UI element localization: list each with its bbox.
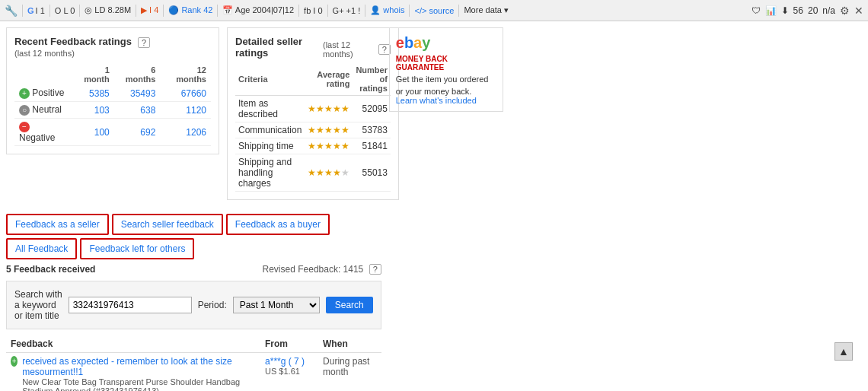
ebay-learn-link[interactable]: Learn what's included [396, 96, 496, 105]
ratings-table: 1 month 6 months 12 months + Positive 53… [14, 64, 211, 146]
tab-buyer-button[interactable]: Feedback as a buyer [226, 214, 330, 235]
period-select[interactable]: Past 1 Month Past 3 Months Past 6 Months… [233, 297, 320, 313]
ratings-help[interactable]: ? [138, 37, 150, 48]
ebay-money-back: MONEY BACK GUARANTEE [396, 55, 496, 72]
toolbar-play: ▶ I 4 [141, 5, 158, 15]
toolbar-l: O L 0 [55, 6, 75, 15]
close-icon[interactable]: ✕ [854, 5, 863, 17]
neutral-icon: ○ [19, 105, 30, 116]
col-12months: 12 months [160, 64, 211, 85]
table-row: Item as described ★★★★★ 52095 [235, 96, 391, 122]
brand-icon: 🔧 [5, 5, 18, 17]
ebay-line2: or your money back. [396, 87, 496, 96]
feedback-when: During past month [323, 356, 377, 377]
ebay-line1: Get the item you ordered [396, 75, 496, 84]
feedback-price: US $1.61 [265, 367, 314, 376]
positive-icon: + [11, 356, 18, 367]
revised-label: Revised Feedback: 1415 [263, 264, 364, 275]
toolbar-g: G I 1 [27, 6, 45, 15]
toolbar-count-20: 20 [808, 5, 818, 16]
detailed-table: Criteria Average rating Number of rating… [235, 63, 391, 192]
toolbar-rank: 🔵 Rank 42 [168, 5, 212, 15]
revised-help[interactable]: ? [369, 264, 381, 275]
tab-left-others-button[interactable]: Feedback left for others [80, 238, 194, 259]
col-feedback: Feedback [6, 335, 260, 353]
period-label: Period: [198, 300, 227, 310]
ratings-subtitle: (last 12 months) [14, 49, 211, 58]
toolbar-age: 📅 Age 2004|07|12 [222, 5, 294, 15]
left-panel: Recent Feedback ratings ? (last 12 month… [6, 27, 381, 391]
toolbar-shield-icon[interactable]: 🛡 [752, 5, 761, 16]
table-row: − Negative 100 692 1206 [14, 119, 211, 146]
toolbar-chart-icon[interactable]: 📊 [765, 5, 777, 16]
feedback-table: Feedback From When + received as expecte… [6, 335, 381, 391]
positive-icon: + [19, 88, 30, 99]
col-from: From [260, 335, 318, 353]
table-row: Communication ★★★★★ 53783 [235, 122, 391, 138]
scroll-up-button[interactable]: ▲ [834, 342, 853, 361]
table-row: Shipping time ★★★★★ 51841 [235, 138, 391, 154]
table-row: + received as expected - remember to loo… [6, 353, 381, 392]
toolbar-whois[interactable]: 👤 whois [370, 5, 404, 15]
toolbar-source[interactable]: </> source [414, 6, 454, 15]
toolbar-more-data[interactable]: More data ▾ [464, 5, 509, 15]
feedback-count: 5 Feedback received [6, 264, 95, 275]
feedback-count-row: 5 Feedback received Revised Feedback: 14… [6, 264, 381, 275]
table-row: Shipping and handling charges ★★★★★ 5501… [235, 154, 391, 192]
detailed-seller-ratings: Detailed seller ratings (last 12 months)… [227, 27, 399, 200]
toolbar-count-56: 56 [793, 5, 803, 16]
toolbar: 🔧 G I 1 O L 0 ◎ LD 8.28M ▶ I 4 🔵 Rank 42… [0, 0, 868, 21]
recent-feedback-ratings: Recent Feedback ratings ? (last 12 month… [6, 27, 219, 154]
feedback-text[interactable]: received as expected - remember to look … [22, 356, 256, 377]
main-content: Recent Feedback ratings ? (last 12 month… [0, 21, 868, 391]
tab-row: Feedback as a seller Search seller feedb… [6, 214, 381, 259]
feedback-from[interactable]: a***g ( 7 ) [265, 356, 314, 367]
table-row: ○ Neutral 103 638 1120 [14, 102, 211, 119]
search-label: Search with a keyword or item title [14, 289, 62, 321]
search-button[interactable]: Search [326, 297, 373, 313]
col-6months: 6 months [114, 64, 161, 85]
gear-icon[interactable]: ⚙ [840, 5, 850, 17]
toolbar-fb: fb I 0 [304, 6, 322, 15]
negative-icon: − [19, 122, 30, 132]
search-input[interactable] [69, 297, 192, 313]
tab-search-button[interactable]: Search seller feedback [112, 214, 223, 235]
ratings-title: Recent Feedback ratings [14, 36, 132, 47]
feedback-sub: New Clear Tote Bag Transparent Purse Sho… [22, 377, 256, 391]
toolbar-na: n/a [822, 5, 835, 16]
toolbar-gplus: G+ +1 ! [333, 6, 361, 15]
toolbar-ld: ◎ LD 8.28M [85, 5, 131, 15]
col-1month: 1 month [72, 64, 114, 85]
table-row: + Positive 5385 35493 67660 [14, 85, 211, 102]
toolbar-download-icon[interactable]: ⬇ [781, 5, 789, 16]
col-when: When [318, 335, 381, 353]
ebay-logo: ebay [396, 34, 431, 52]
ebay-panel: ebay MONEY BACK GUARANTEE Get the item y… [389, 27, 503, 112]
detailed-title: Detailed seller ratings [235, 36, 320, 59]
tab-all-button[interactable]: All Feedback [6, 238, 77, 259]
tab-seller-button[interactable]: Feedback as a seller [6, 214, 109, 235]
search-section: Search with a keyword or item title Peri… [6, 281, 381, 329]
